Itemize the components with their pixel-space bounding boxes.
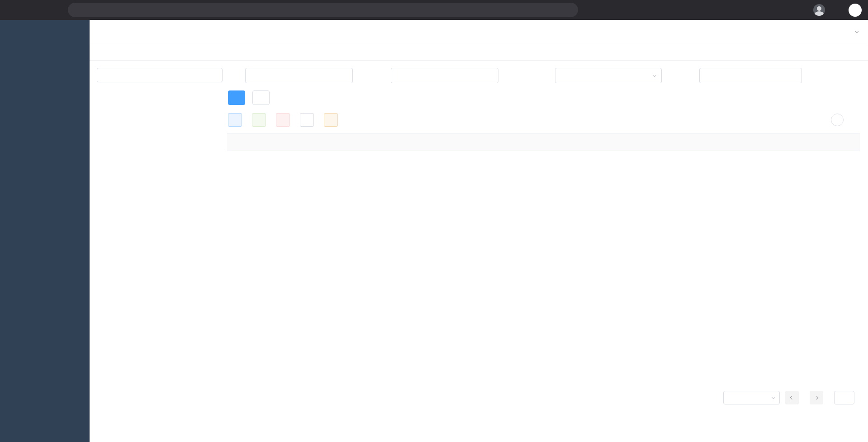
prev-page-button[interactable] bbox=[785, 391, 799, 404]
phone-input[interactable] bbox=[391, 68, 498, 83]
read-aloud-icon[interactable] bbox=[680, 3, 695, 17]
back-icon[interactable] bbox=[6, 3, 21, 17]
sidebar bbox=[0, 20, 90, 442]
date-range-picker[interactable] bbox=[699, 68, 802, 83]
page-size-select[interactable] bbox=[723, 391, 780, 404]
more-icon[interactable] bbox=[830, 3, 844, 17]
user-avatar-logo[interactable] bbox=[854, 30, 858, 34]
goto-page-input[interactable] bbox=[834, 391, 854, 404]
import-button[interactable] bbox=[300, 113, 314, 127]
browser-toolbar bbox=[0, 0, 868, 20]
zoom-out-icon[interactable] bbox=[699, 3, 714, 17]
reset-button[interactable] bbox=[252, 90, 270, 105]
search-button[interactable] bbox=[228, 90, 245, 105]
reload-icon[interactable] bbox=[26, 3, 41, 17]
tags-view-bar bbox=[90, 44, 868, 61]
show-search-icon[interactable] bbox=[831, 114, 844, 126]
add-button[interactable] bbox=[228, 113, 242, 127]
split-screen-icon[interactable] bbox=[756, 3, 771, 17]
app-header bbox=[90, 20, 868, 44]
chevron-right-icon bbox=[815, 396, 818, 399]
collections-icon[interactable] bbox=[794, 3, 809, 17]
export-button[interactable] bbox=[324, 113, 338, 127]
status-field-group bbox=[550, 68, 662, 83]
add-favorite-icon[interactable] bbox=[718, 3, 733, 17]
address-bar[interactable] bbox=[68, 3, 578, 17]
main-content bbox=[90, 61, 868, 442]
table-toolbar bbox=[228, 113, 860, 127]
favorites-icon[interactable] bbox=[775, 3, 790, 17]
bing-copilot-icon[interactable] bbox=[849, 4, 862, 17]
search-buttons-row bbox=[228, 90, 270, 105]
browser-essentials-icon[interactable] bbox=[737, 3, 752, 17]
browser-actions bbox=[661, 3, 862, 17]
delete-button[interactable] bbox=[276, 113, 290, 127]
edit-button[interactable] bbox=[252, 113, 266, 127]
app-logo bbox=[0, 20, 90, 44]
table-header-row bbox=[227, 133, 860, 151]
browser-nav-group bbox=[6, 3, 61, 17]
search-form bbox=[240, 68, 861, 83]
next-page-button[interactable] bbox=[810, 391, 823, 404]
table-tools bbox=[831, 114, 860, 126]
dept-search-input[interactable] bbox=[105, 72, 218, 79]
chevron-down-icon bbox=[653, 73, 656, 76]
browser-profile-avatar[interactable] bbox=[813, 4, 825, 16]
username-input[interactable] bbox=[245, 68, 353, 83]
pagination bbox=[718, 391, 860, 404]
dept-search-box bbox=[97, 68, 223, 82]
chevron-left-icon bbox=[790, 396, 794, 399]
sidebar-menu bbox=[0, 44, 90, 46]
key-icon[interactable] bbox=[661, 3, 676, 17]
chevron-down-icon bbox=[855, 30, 859, 33]
header-actions bbox=[804, 30, 858, 34]
dept-tree-panel bbox=[97, 68, 223, 88]
phone-field-group bbox=[385, 68, 498, 83]
username-field-group bbox=[240, 68, 353, 83]
status-select[interactable] bbox=[555, 68, 662, 83]
browser-home-icon[interactable] bbox=[46, 3, 61, 17]
user-table bbox=[227, 133, 860, 151]
created-field-group bbox=[694, 68, 802, 83]
chevron-down-icon bbox=[772, 395, 775, 399]
